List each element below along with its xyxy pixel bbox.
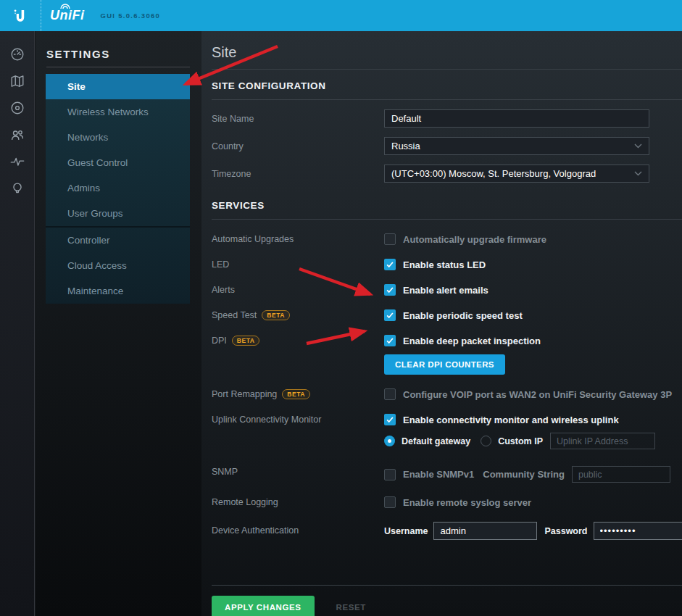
beta-badge: BETA [232, 336, 260, 346]
country-select[interactable]: Russia [384, 137, 649, 155]
footer-actions: APPLY CHANGES RESET [212, 596, 682, 616]
site-name-input[interactable] [384, 109, 649, 128]
ubiquiti-u-icon [11, 7, 30, 25]
menu-item-admins[interactable]: Admins [46, 175, 190, 201]
automatic-upgrades-checkbox[interactable] [384, 233, 396, 245]
snmp-row: SNMP Enable SNMPv1 Community String [212, 466, 682, 483]
snmp-label: SNMP [212, 466, 384, 483]
beta-badge: BETA [282, 389, 310, 399]
check-icon [386, 311, 394, 320]
device-auth-row: Device Authentication Username Password [212, 522, 682, 540]
speed-test-checkbox-label: Enable periodic speed test [403, 310, 523, 321]
community-string-label: Community String [483, 469, 565, 480]
section-site-configuration: SITE CONFIGURATION [212, 80, 682, 91]
menu-item-networks[interactable]: Networks [46, 125, 190, 150]
sidebar-title: SETTINGS [46, 48, 201, 60]
timezone-select[interactable]: (UTC+03:00) Moscow, St. Petersburg, Volg… [384, 165, 649, 183]
main-content: Site SITE CONFIGURATION Site Name Countr… [201, 31, 682, 616]
led-label: LED [212, 259, 384, 270]
chevron-down-icon [634, 143, 642, 149]
site-name-label: Site Name [212, 114, 384, 124]
speed-test-label: Speed TestBETA [212, 309, 384, 321]
beta-badge: BETA [262, 310, 290, 320]
section-divider [212, 219, 682, 220]
menu-item-wireless-networks[interactable]: Wireless Networks [46, 99, 190, 125]
site-name-row: Site Name [212, 109, 682, 128]
dpi-row: DPIBETA Enable deep packet inspection CL… [212, 335, 682, 375]
country-label: Country [212, 141, 384, 151]
password-input[interactable] [594, 522, 682, 540]
speed-test-row: Speed TestBETA Enable periodic speed tes… [212, 309, 682, 321]
default-gateway-label: Default gateway [402, 436, 470, 446]
clients-icon[interactable] [9, 126, 26, 143]
alerts-checkbox-label: Enable alert emails [403, 285, 488, 296]
nav-rail [0, 31, 35, 616]
automatic-upgrades-label: Automatic Upgrades [212, 233, 384, 245]
led-checkbox[interactable] [384, 259, 396, 270]
menu-item-controller[interactable]: Controller [46, 228, 190, 253]
speed-test-checkbox[interactable] [384, 309, 396, 321]
check-icon [386, 260, 394, 269]
port-remapping-checkbox-label: Configure VOIP port as WAN2 on UniFi Sec… [403, 389, 672, 400]
statistics-icon[interactable] [9, 153, 26, 170]
settings-sidebar: SETTINGS Site Wireless Networks Networks… [36, 31, 201, 616]
uplink-monitor-checkbox[interactable] [384, 414, 396, 425]
device-auth-label: Device Authentication [212, 522, 384, 540]
dpi-label: DPIBETA [212, 335, 384, 375]
map-icon[interactable] [9, 72, 26, 90]
menu-item-cloud-access[interactable]: Cloud Access [46, 253, 190, 278]
page-title: Site [212, 44, 682, 61]
country-value: Russia [391, 141, 420, 151]
automatic-upgrades-checkbox-label: Automatically upgrade firmware [403, 234, 546, 245]
top-bar: UniFi GUI 5.0.6.3060 [0, 0, 682, 31]
dpi-checkbox[interactable] [384, 335, 396, 346]
unifi-logotype: UniFi [50, 8, 85, 23]
snmp-checkbox-label: Enable SNMPv1 [403, 469, 474, 480]
timezone-value: (UTC+03:00) Moscow, St. Petersburg, Volg… [391, 168, 596, 179]
title-divider [212, 69, 682, 70]
check-icon [386, 336, 394, 345]
custom-ip-label: Custom IP [498, 436, 543, 446]
gui-version-text: GUI 5.0.6.3060 [101, 12, 161, 20]
community-string-input[interactable] [572, 466, 670, 483]
settings-menu: Site Wireless Networks Networks Guest Co… [46, 74, 190, 304]
chevron-down-icon [634, 171, 642, 176]
username-input[interactable] [433, 522, 537, 540]
footer-divider [212, 585, 682, 586]
automatic-upgrades-row: Automatic Upgrades Automatically upgrade… [212, 233, 682, 245]
brand-text: UniFi [50, 8, 85, 22]
led-row: LED Enable status LED [212, 259, 682, 270]
menu-item-site[interactable]: Site [46, 74, 190, 99]
led-checkbox-label: Enable status LED [403, 259, 486, 270]
snmp-checkbox[interactable] [384, 469, 396, 480]
remote-logging-row: Remote Logging Enable remote syslog serv… [212, 496, 682, 508]
unifi-arcs-icon [59, 4, 71, 9]
sidebar-divider [46, 67, 190, 67]
clear-dpi-counters-button[interactable]: CLEAR DPI COUNTERS [384, 354, 505, 375]
reset-button[interactable]: RESET [332, 602, 370, 612]
default-gateway-radio[interactable] [384, 436, 395, 446]
section-services: SERVICES [212, 200, 682, 211]
remote-logging-checkbox-label: Enable remote syslog server [403, 497, 531, 508]
dashboard-icon[interactable] [9, 46, 26, 63]
check-icon [386, 415, 394, 424]
insights-icon[interactable] [9, 180, 26, 197]
password-label: Password [544, 526, 587, 536]
remote-logging-checkbox[interactable] [384, 496, 396, 508]
alerts-checkbox[interactable] [384, 284, 396, 296]
alerts-label: Alerts [212, 284, 384, 296]
uplink-ip-input[interactable] [550, 433, 655, 449]
timezone-row: Timezone (UTC+03:00) Moscow, St. Petersb… [212, 165, 682, 183]
remote-logging-label: Remote Logging [212, 496, 384, 508]
menu-item-guest-control[interactable]: Guest Control [46, 150, 190, 175]
uplink-monitor-row: Uplink Connectivity Monitor Enable conne… [212, 414, 682, 449]
menu-item-user-groups[interactable]: User Groups [46, 201, 190, 226]
devices-icon[interactable] [9, 99, 26, 117]
section-divider [212, 99, 682, 100]
uplink-monitor-label: Uplink Connectivity Monitor [212, 414, 384, 449]
apply-changes-button[interactable]: APPLY CHANGES [212, 596, 315, 616]
port-remapping-checkbox[interactable] [384, 388, 396, 400]
custom-ip-radio[interactable] [481, 436, 491, 446]
ubiquiti-logo[interactable] [0, 0, 41, 31]
menu-item-maintenance[interactable]: Maintenance [46, 278, 190, 304]
